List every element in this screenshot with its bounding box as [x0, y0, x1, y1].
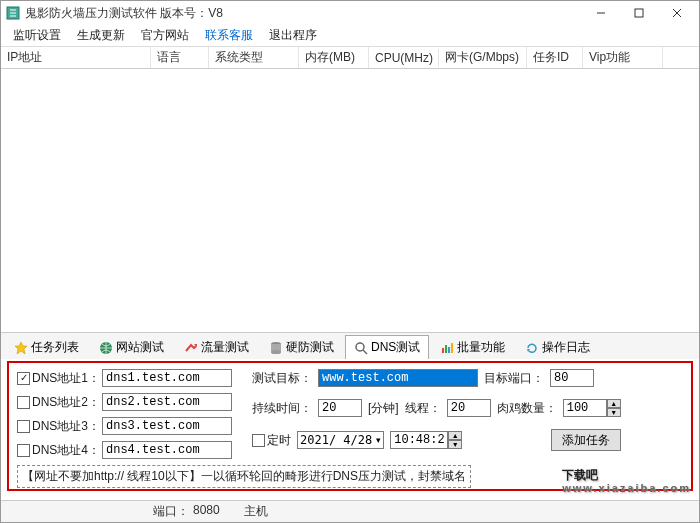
dns-label-3: DNS地址3： [32, 418, 100, 435]
tab-4[interactable]: DNS测试 [345, 335, 429, 359]
menu-item-2[interactable]: 官方网站 [133, 25, 197, 46]
maximize-button[interactable] [621, 3, 657, 23]
svg-rect-12 [448, 347, 450, 353]
svg-rect-11 [445, 345, 447, 353]
column-header[interactable]: 语言 [151, 47, 209, 68]
tab-label: 任务列表 [31, 339, 79, 356]
spinner-up[interactable]: ▲ [448, 431, 462, 440]
menu-item-0[interactable]: 监听设置 [5, 25, 69, 46]
dns-panel: DNS地址1：DNS地址2：DNS地址3：DNS地址4： 测试目标： 目标端口：… [7, 361, 693, 491]
refresh-icon [525, 341, 539, 355]
tab-label: 硬防测试 [286, 339, 334, 356]
tab-label: DNS测试 [371, 339, 420, 356]
svg-rect-13 [451, 343, 453, 353]
tab-label: 网站测试 [116, 339, 164, 356]
svg-line-9 [363, 350, 367, 354]
tab-label: 流量测试 [201, 339, 249, 356]
hint-text: 【网址不要加http:// 线程10以下】一以循环轮回的畸形进行DNS压力测试，… [17, 465, 471, 488]
arrow-icon [184, 341, 198, 355]
svg-point-8 [356, 343, 364, 351]
app-icon [5, 5, 21, 21]
svg-marker-3 [15, 342, 27, 354]
spinner-down[interactable]: ▼ [607, 408, 621, 417]
column-header[interactable]: 内存(MB) [299, 47, 369, 68]
column-header[interactable]: 任务ID [527, 47, 583, 68]
tab-6[interactable]: 操作日志 [516, 335, 599, 359]
status-host-label: 主机 [244, 503, 268, 520]
menu-item-4[interactable]: 退出程序 [261, 25, 325, 46]
dns-label-2: DNS地址2： [32, 394, 100, 411]
tab-1[interactable]: 网站测试 [90, 335, 173, 359]
dns-input-3[interactable] [102, 417, 232, 435]
svg-point-7 [271, 350, 281, 354]
column-header[interactable]: 系统类型 [209, 47, 299, 68]
dns-input-4[interactable] [102, 441, 232, 459]
add-task-button[interactable]: 添加任务 [551, 429, 621, 451]
menu-item-1[interactable]: 生成更新 [69, 25, 133, 46]
port-input[interactable] [550, 369, 594, 387]
dns-checkbox-4[interactable] [17, 444, 30, 457]
date-picker[interactable]: 2021/ 4/28 ▾ [297, 431, 384, 449]
bot-label: 肉鸡数量： [497, 400, 557, 417]
schedule-checkbox[interactable] [252, 434, 265, 447]
dns-input-1[interactable] [102, 369, 232, 387]
table-header: IP地址语言系统类型内存(MB)CPU(MHz)网卡(G/Mbps)任务IDVi… [1, 47, 699, 69]
status-port-label: 端口： [153, 503, 189, 520]
duration-input[interactable] [318, 399, 362, 417]
dns-input-2[interactable] [102, 393, 232, 411]
window-title: 鬼影防火墙压力测试软件 版本号：V8 [25, 5, 583, 22]
tab-5[interactable]: 批量功能 [431, 335, 514, 359]
column-header[interactable]: 网卡(G/Mbps) [439, 47, 527, 68]
dns-checkbox-1[interactable] [17, 372, 30, 385]
schedule-label: 定时 [267, 432, 291, 449]
dns-label-4: DNS地址4： [32, 442, 100, 459]
tab-0[interactable]: 任务列表 [5, 335, 88, 359]
tab-label: 批量功能 [457, 339, 505, 356]
globe-icon [99, 341, 113, 355]
dns-label-1: DNS地址1： [32, 370, 100, 387]
tab-label: 操作日志 [542, 339, 590, 356]
status-port-value: 8080 [193, 503, 220, 520]
star-icon [14, 341, 28, 355]
close-button[interactable] [659, 3, 695, 23]
menubar: 监听设置生成更新官方网站联系客服退出程序 [1, 25, 699, 47]
tab-3[interactable]: 硬防测试 [260, 335, 343, 359]
time-picker[interactable]: ▲ ▼ [390, 431, 462, 449]
chart-icon [440, 341, 454, 355]
bot-spinner[interactable]: ▲ ▼ [563, 399, 621, 417]
target-input[interactable] [318, 369, 478, 387]
table-body[interactable] [1, 69, 699, 333]
column-header[interactable]: IP地址 [1, 47, 151, 68]
magnify-icon [354, 341, 368, 355]
svg-rect-2 [635, 9, 643, 17]
column-header[interactable]: CPU(MHz) [369, 49, 439, 67]
dns-checkbox-3[interactable] [17, 420, 30, 433]
disk-icon [269, 341, 283, 355]
port-label: 目标端口： [484, 370, 544, 387]
spinner-down[interactable]: ▼ [448, 440, 462, 449]
target-label: 测试目标： [252, 370, 312, 387]
duration-unit: [分钟] [368, 400, 399, 417]
statusbar: 端口： 8080 主机 [1, 500, 699, 522]
menu-item-3[interactable]: 联系客服 [197, 25, 261, 46]
duration-label: 持续时间： [252, 400, 312, 417]
tab-2[interactable]: 流量测试 [175, 335, 258, 359]
chevron-down-icon: ▾ [376, 435, 381, 445]
tabs: 任务列表网站测试流量测试硬防测试DNS测试批量功能操作日志 [1, 333, 699, 359]
thread-input[interactable] [447, 399, 491, 417]
dns-checkbox-2[interactable] [17, 396, 30, 409]
column-header[interactable]: Vip功能 [583, 47, 663, 68]
thread-label: 线程： [405, 400, 441, 417]
spinner-up[interactable]: ▲ [607, 399, 621, 408]
minimize-button[interactable] [583, 3, 619, 23]
svg-rect-10 [442, 348, 444, 353]
